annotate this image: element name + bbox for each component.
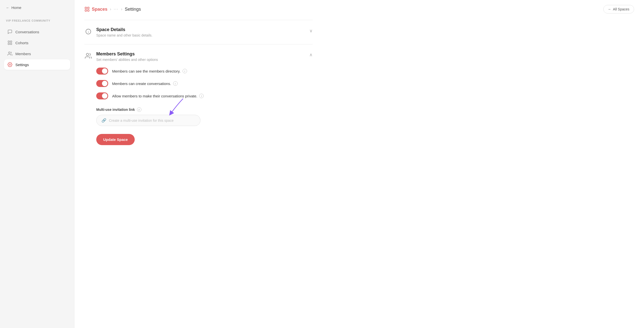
breadcrumb-sep-2: › [121,7,122,12]
space-details-subtitle: Space name and other basic details. [96,33,152,37]
toggle-row-directory: ✓ Members can see the members directory.… [96,68,312,75]
space-details-title: Space Details [96,27,152,32]
members-settings-header-left: Members Settings Set members' abilities … [84,51,158,62]
svg-point-5 [10,64,11,65]
conversations-label: Conversations [16,30,39,34]
cohorts-icon [8,40,12,45]
spaces-label: Spaces [92,7,108,12]
sidebar: ← Home VIP FREELANCE COMMUNITY Conversat… [0,0,74,328]
main-content: Spaces › ··· › Settings ← All Spaces [74,0,644,328]
update-space-button[interactable]: Update Space [96,134,135,145]
svg-point-13 [86,53,88,56]
members-settings-title-block: Members Settings Set members' abilities … [96,51,158,62]
page-title: Settings [125,7,141,12]
sidebar-item-members[interactable]: Members [4,49,70,59]
toggle-check-icon-3: ✓ [104,94,106,98]
svg-point-4 [8,52,10,54]
members-settings-body: ✓ Members can see the members directory.… [84,62,312,126]
svg-rect-8 [85,10,86,11]
svg-rect-2 [8,43,10,45]
toggle-directory-label: Members can see the members directory. i [112,69,187,73]
members-settings-subtitle: Set members' abilities and other options [96,58,158,62]
breadcrumb-dots[interactable]: ··· [114,7,118,12]
toggle-check-icon-2: ✓ [104,82,106,85]
space-details-chevron-icon: ∨ [309,28,312,34]
space-details-header-left: Space Details Space name and other basic… [84,27,152,37]
toggle-private-label: Allow members to make their conversation… [112,94,204,98]
info-icon-private[interactable]: i [199,94,204,98]
svg-rect-3 [10,43,12,45]
info-circle-icon [84,28,92,36]
back-arrow-icon: ← [6,6,10,10]
all-spaces-button[interactable]: ← All Spaces [603,5,634,14]
toggle-row-conversations: ✓ Members can create conversations. i [96,80,312,87]
info-icon-invite[interactable]: i [137,107,142,112]
info-icon-conversations[interactable]: i [173,81,178,86]
back-icon: ← [608,7,612,11]
svg-rect-9 [88,10,89,11]
toggle-conversations[interactable]: ✓ [96,80,108,87]
space-details-section: Space Details Space name and other basic… [84,20,312,44]
spaces-breadcrumb[interactable]: Spaces [84,7,108,12]
home-label: Home [12,6,21,10]
invite-placeholder: Create a multi-use invitation for this s… [109,118,174,122]
members-settings-title: Members Settings [96,51,158,57]
info-icon-directory[interactable]: i [182,69,187,73]
settings-icon [8,62,12,67]
toggle-conversations-label: Members can create conversations. i [112,81,178,86]
cohorts-label: Cohorts [16,41,28,45]
topbar: Spaces › ··· › Settings ← All Spaces [74,0,644,17]
toggle-check-icon: ✓ [104,69,106,73]
members-settings-chevron-icon: ∨ [309,52,312,58]
toggle-row-private: ✓ Allow members to make their conversati… [96,92,312,99]
home-nav-item[interactable]: ← Home [0,0,74,14]
members-settings-icon [84,52,92,60]
settings-label: Settings [16,63,29,67]
svg-rect-1 [10,41,12,43]
chat-icon [8,29,12,34]
members-settings-section: Members Settings Set members' abilities … [84,44,312,152]
members-settings-header[interactable]: Members Settings Set members' abilities … [84,51,312,62]
breadcrumb-sep-1: › [110,7,111,12]
sidebar-item-cohorts[interactable]: Cohorts [4,38,70,48]
invite-link-label: Multi-use invitation link i [96,107,312,112]
community-label: VIP FREELANCE COMMUNITY [0,14,74,25]
all-spaces-label: All Spaces [613,7,629,11]
sidebar-nav: Conversations Cohorts [0,25,74,72]
members-label: Members [16,52,31,56]
svg-rect-6 [85,7,86,9]
toggle-private[interactable]: ✓ [96,92,108,99]
sidebar-item-settings[interactable]: Settings [4,59,70,70]
space-details-title-block: Space Details Space name and other basic… [96,27,152,37]
breadcrumb: Spaces › ··· › Settings [84,7,141,12]
svg-rect-7 [88,7,89,9]
svg-rect-0 [8,41,10,43]
sidebar-item-conversations[interactable]: Conversations [4,27,70,37]
link-icon: 🔗 [102,118,106,123]
settings-content: Space Details Space name and other basic… [74,17,322,162]
invite-link-input[interactable]: 🔗 Create a multi-use invitation for this… [96,115,200,126]
space-details-header[interactable]: Space Details Space name and other basic… [84,27,312,37]
toggle-directory[interactable]: ✓ [96,68,108,75]
members-icon [8,51,12,56]
